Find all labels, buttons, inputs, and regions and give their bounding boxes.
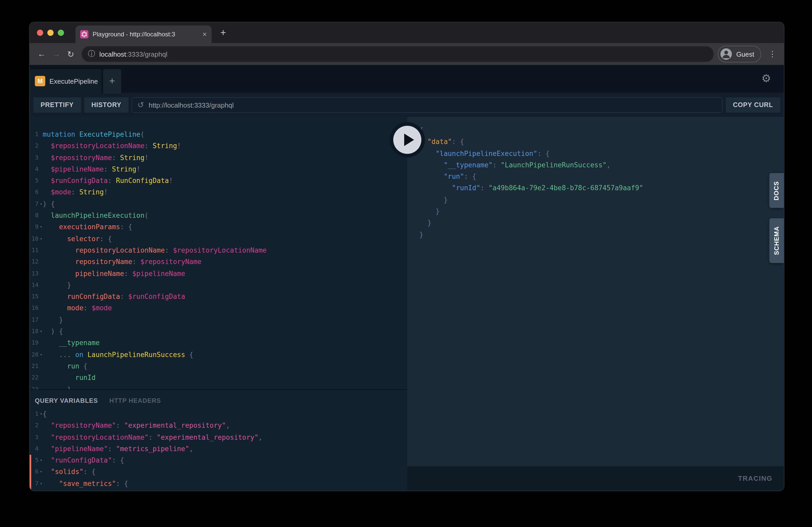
- tab-query-variables[interactable]: QUERY VARIABLES: [35, 397, 98, 404]
- fold-gutter: [39, 280, 43, 291]
- fold-arrow-icon[interactable]: ▾: [39, 408, 43, 420]
- fold-arrow-icon[interactable]: ▾: [39, 455, 43, 466]
- fold-gutter: [39, 372, 43, 384]
- code-text: "repositoryName": "experimental_reposito…: [43, 420, 230, 432]
- query-pane[interactable]: 1mutation ExecutePipeline(2 $repositoryL…: [30, 117, 407, 491]
- code-line: 10▾ selector: {: [30, 233, 407, 245]
- line-number: 3: [31, 432, 39, 443]
- line-number: 2: [31, 140, 39, 152]
- line-number: 19: [31, 337, 39, 349]
- prettify-button[interactable]: PRETTIFY: [33, 97, 81, 113]
- line-number: 10: [31, 233, 39, 245]
- history-button[interactable]: HISTORY: [84, 97, 129, 113]
- code-line: 3 "repositoryLocationName": "experimenta…: [30, 432, 407, 443]
- code-line: 14 }: [30, 280, 407, 291]
- fold-arrow-icon[interactable]: ▾: [39, 326, 43, 337]
- forward-icon: →: [49, 47, 63, 61]
- graphql-favicon-icon: [80, 30, 88, 39]
- fold-gutter: [39, 384, 43, 389]
- profile-name: Guest: [736, 50, 754, 58]
- code-line: 4 $pipelineName: String!: [30, 164, 407, 176]
- code-line: 8 launchPipelineExecution(: [30, 210, 407, 222]
- copy-curl-button[interactable]: COPY CURL: [726, 97, 780, 113]
- back-icon[interactable]: ←: [35, 47, 48, 61]
- session-tab[interactable]: M ExecutePipeline ✕: [30, 69, 101, 93]
- code-text: "save_metrics": {: [43, 478, 128, 490]
- code-text: }: [419, 194, 448, 206]
- code-line: "run": {: [407, 171, 784, 183]
- site-info-icon[interactable]: ⓘ: [88, 49, 95, 59]
- tab-close-icon[interactable]: ✕: [202, 31, 207, 38]
- code-text: }: [43, 280, 71, 291]
- line-number: 16: [31, 303, 39, 314]
- code-line: 1▾{: [30, 408, 407, 420]
- fold-gutter: [407, 206, 419, 217]
- variables-section: QUERY VARIABLES HTTP HEADERS 1▾{2 "repos…: [30, 389, 407, 491]
- code-line: 13 pipelineName: $pipelineName: [30, 268, 407, 280]
- browser-menu-icon[interactable]: ⋮: [766, 47, 779, 61]
- profile-chip[interactable]: Guest: [718, 46, 761, 62]
- new-session-button[interactable]: +: [103, 69, 121, 93]
- fold-gutter: [39, 175, 43, 187]
- tab-schema[interactable]: SCHEMA: [769, 218, 784, 263]
- settings-gear-icon[interactable]: ⚙: [759, 71, 773, 86]
- fold-gutter: [407, 171, 419, 183]
- line-number: 7: [31, 198, 39, 210]
- code-line: 7▾) {: [30, 198, 407, 210]
- fold-arrow-icon[interactable]: ▾: [39, 349, 43, 361]
- code-line: }: [407, 217, 784, 229]
- fold-gutter: [39, 210, 43, 222]
- fold-arrow-icon[interactable]: ▾: [39, 478, 43, 490]
- code-text: run {: [43, 361, 87, 372]
- code-line: 21 run {: [30, 361, 407, 372]
- variables-editor[interactable]: 1▾{2 "repositoryName": "experimental_rep…: [30, 407, 407, 490]
- line-number: 6: [31, 466, 39, 478]
- line-number: 3: [31, 152, 39, 164]
- reload-schema-icon[interactable]: ↺: [137, 100, 144, 110]
- line-number: 4: [31, 443, 39, 455]
- code-line: 3 $repositoryName: String!: [30, 152, 407, 164]
- tab-http-headers[interactable]: HTTP HEADERS: [110, 397, 161, 404]
- fold-arrow-icon[interactable]: ▾: [39, 222, 43, 234]
- code-text: "runConfigData": {: [43, 455, 124, 466]
- code-line: 23 }: [30, 384, 407, 389]
- code-line: 1mutation ExecutePipeline(: [30, 129, 407, 140]
- minimize-window-button[interactable]: [47, 30, 54, 36]
- tracing-label[interactable]: TRACING: [738, 475, 772, 482]
- play-icon: [404, 134, 414, 146]
- code-text: }: [419, 206, 439, 217]
- fold-gutter: [39, 140, 43, 152]
- fold-arrow-icon[interactable]: ▾: [39, 233, 43, 245]
- fold-arrow-icon[interactable]: ▾: [39, 198, 43, 210]
- code-text: $pipelineName: String!: [43, 164, 141, 176]
- code-text: mode: $mode: [43, 303, 112, 314]
- line-number: 8: [31, 210, 39, 222]
- response-viewer[interactable]: ▾{▾ "data": {▾ "launchPipelineExecution"…: [407, 117, 784, 466]
- fold-gutter: [407, 229, 419, 241]
- endpoint-url: http://localhost:3333/graphql: [149, 101, 234, 109]
- response-pane: ▾{▾ "data": {▾ "launchPipelineExecution"…: [407, 117, 784, 491]
- address-bar[interactable]: ⓘ localhost:3333/graphql: [82, 46, 714, 62]
- zoom-window-button[interactable]: [58, 30, 64, 36]
- line-number: 9: [31, 222, 39, 234]
- code-line: 2 "repositoryName": "experimental_reposi…: [30, 420, 407, 432]
- code-text: $repositoryName: String!: [43, 152, 148, 164]
- close-window-button[interactable]: [37, 30, 43, 36]
- code-text: pipelineName: $pipelineName: [43, 268, 185, 280]
- tab-docs[interactable]: DOCS: [769, 173, 784, 208]
- code-line: 22 runId: [30, 372, 407, 384]
- line-number: 21: [31, 361, 39, 372]
- fold-gutter: [39, 268, 43, 280]
- fold-arrow-icon[interactable]: ▾: [39, 466, 43, 478]
- execute-button[interactable]: [390, 122, 425, 157]
- mutation-badge: M: [35, 76, 45, 86]
- code-line: 6 $mode: String!: [30, 187, 407, 198]
- fold-gutter: [407, 217, 419, 229]
- code-text: mutation ExecutePipeline(: [43, 129, 144, 140]
- reload-icon[interactable]: ↻: [64, 47, 77, 61]
- browser-tab[interactable]: Playground - http://localhost:3 ✕: [75, 26, 212, 43]
- query-editor[interactable]: 1mutation ExecutePipeline(2 $repositoryL…: [30, 117, 407, 389]
- new-tab-button[interactable]: +: [215, 25, 231, 41]
- stage: Playground - http://localhost:3 ✕ + ← → …: [0, 0, 812, 527]
- endpoint-input[interactable]: ↺ http://localhost:3333/graphql: [132, 97, 723, 113]
